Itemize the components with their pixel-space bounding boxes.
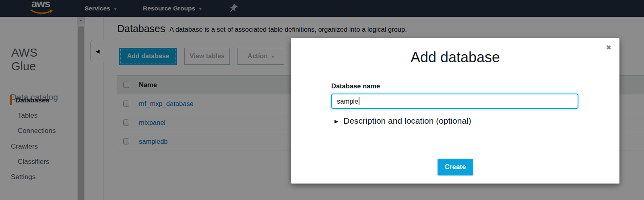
aws-glue-console: aws Services ▾ Resource Groups ▾ AWS Glu… [0, 0, 644, 200]
database-name-value: sample [337, 98, 358, 105]
expander-label: Description and location (optional) [343, 116, 471, 126]
modal-title: Add database [291, 49, 619, 66]
add-database-modal: ✖ Add database Database name sample ▶ De… [291, 38, 619, 184]
create-button[interactable]: Create [438, 159, 473, 176]
text-cursor [359, 97, 359, 105]
chevron-right-icon: ▶ [334, 118, 338, 124]
modal-actions: Create [291, 159, 619, 176]
database-name-input[interactable]: sample [331, 94, 578, 109]
description-location-expander[interactable]: ▶ Description and location (optional) [334, 116, 471, 126]
database-name-label: Database name [331, 82, 380, 90]
